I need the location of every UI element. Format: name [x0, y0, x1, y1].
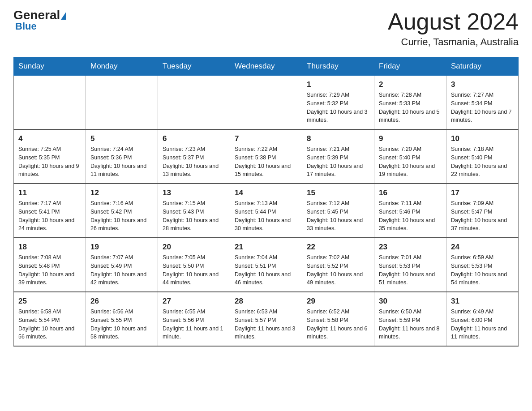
table-row: 31Sunrise: 6:49 AMSunset: 6:00 PMDayligh…: [446, 292, 519, 346]
cell-date: 30: [379, 297, 442, 306]
cell-info: Sunrise: 6:52 AMSunset: 5:58 PMDaylight:…: [307, 308, 369, 341]
cell-info: Sunrise: 7:17 AMSunset: 5:41 PMDaylight:…: [18, 199, 81, 233]
cell-info: Sunrise: 7:24 AMSunset: 5:36 PMDaylight:…: [90, 145, 153, 179]
table-row: 21Sunrise: 7:04 AMSunset: 5:51 PMDayligh…: [230, 238, 302, 292]
table-row: 6Sunrise: 7:23 AMSunset: 5:37 PMDaylight…: [158, 129, 230, 184]
cell-info: Sunrise: 7:01 AMSunset: 5:53 PMDaylight:…: [379, 253, 442, 287]
cell-info: Sunrise: 6:59 AMSunset: 5:53 PMDaylight:…: [451, 253, 514, 287]
calendar-week-row: 11Sunrise: 7:17 AMSunset: 5:41 PMDayligh…: [14, 184, 519, 238]
table-row: 1Sunrise: 7:29 AMSunset: 5:32 PMDaylight…: [302, 76, 374, 130]
cell-info: Sunrise: 6:49 AMSunset: 6:00 PMDaylight:…: [451, 308, 514, 341]
cell-info: Sunrise: 6:55 AMSunset: 5:56 PMDaylight:…: [163, 308, 225, 341]
cell-date: 9: [379, 134, 442, 143]
cell-date: 5: [90, 134, 153, 143]
cell-info: Sunrise: 7:08 AMSunset: 5:48 PMDaylight:…: [18, 253, 81, 287]
table-row: 7Sunrise: 7:22 AMSunset: 5:38 PMDaylight…: [230, 129, 302, 184]
table-row: 24Sunrise: 6:59 AMSunset: 5:53 PMDayligh…: [446, 238, 519, 292]
col-saturday: Saturday: [446, 57, 519, 76]
cell-date: 29: [307, 297, 369, 306]
cell-date: 21: [235, 243, 297, 252]
logo: General Blue: [13, 9, 66, 32]
table-row: 5Sunrise: 7:24 AMSunset: 5:36 PMDaylight…: [86, 129, 158, 184]
table-row: [86, 76, 158, 130]
table-row: 9Sunrise: 7:20 AMSunset: 5:40 PMDaylight…: [374, 129, 446, 184]
table-row: 17Sunrise: 7:09 AMSunset: 5:47 PMDayligh…: [446, 184, 519, 238]
cell-date: 16: [379, 188, 442, 197]
cell-info: Sunrise: 7:07 AMSunset: 5:49 PMDaylight:…: [90, 253, 153, 287]
cell-date: 22: [307, 243, 369, 252]
cell-info: Sunrise: 7:09 AMSunset: 5:47 PMDaylight:…: [451, 199, 514, 233]
cell-date: 14: [235, 188, 297, 197]
cell-info: Sunrise: 7:13 AMSunset: 5:44 PMDaylight:…: [235, 199, 297, 233]
table-row: 18Sunrise: 7:08 AMSunset: 5:48 PMDayligh…: [14, 238, 86, 292]
cell-info: Sunrise: 6:56 AMSunset: 5:55 PMDaylight:…: [90, 308, 153, 341]
table-row: 23Sunrise: 7:01 AMSunset: 5:53 PMDayligh…: [374, 238, 446, 292]
cell-date: 13: [163, 188, 225, 197]
cell-info: Sunrise: 7:22 AMSunset: 5:38 PMDaylight:…: [235, 145, 297, 179]
cell-date: 24: [451, 243, 514, 252]
cell-date: 12: [90, 188, 153, 197]
cell-date: 20: [163, 243, 225, 252]
table-row: 29Sunrise: 6:52 AMSunset: 5:58 PMDayligh…: [302, 292, 374, 346]
cell-date: 25: [18, 297, 81, 306]
cell-date: 23: [379, 243, 442, 252]
page-header: General Blue August 2024 Currie, Tasmani…: [13, 9, 519, 48]
table-row: 8Sunrise: 7:21 AMSunset: 5:39 PMDaylight…: [302, 129, 374, 184]
cell-info: Sunrise: 7:18 AMSunset: 5:40 PMDaylight:…: [451, 145, 514, 179]
cell-info: Sunrise: 7:27 AMSunset: 5:34 PMDaylight:…: [451, 91, 514, 124]
calendar-header-row: Sunday Monday Tuesday Wednesday Thursday…: [14, 57, 519, 76]
table-row: 22Sunrise: 7:02 AMSunset: 5:52 PMDayligh…: [302, 238, 374, 292]
col-friday: Friday: [374, 57, 446, 76]
cell-date: 31: [451, 297, 514, 306]
cell-date: 15: [307, 188, 369, 197]
table-row: 30Sunrise: 6:50 AMSunset: 5:59 PMDayligh…: [374, 292, 446, 346]
table-row: 3Sunrise: 7:27 AMSunset: 5:34 PMDaylight…: [446, 76, 519, 130]
cell-date: 2: [379, 80, 442, 89]
cell-date: 26: [90, 297, 153, 306]
cell-date: 18: [18, 243, 81, 252]
table-row: [230, 76, 302, 130]
cell-info: Sunrise: 7:15 AMSunset: 5:43 PMDaylight:…: [163, 199, 225, 233]
table-row: [158, 76, 230, 130]
logo-triangle-icon: [61, 12, 66, 20]
cell-date: 8: [307, 134, 369, 143]
cell-info: Sunrise: 7:29 AMSunset: 5:32 PMDaylight:…: [307, 91, 369, 124]
calendar-week-row: 25Sunrise: 6:58 AMSunset: 5:54 PMDayligh…: [14, 292, 519, 346]
cell-date: 27: [163, 297, 225, 306]
table-row: 25Sunrise: 6:58 AMSunset: 5:54 PMDayligh…: [14, 292, 86, 346]
table-row: 27Sunrise: 6:55 AMSunset: 5:56 PMDayligh…: [158, 292, 230, 346]
cell-date: 7: [235, 134, 297, 143]
cell-date: 10: [451, 134, 514, 143]
logo-general-text: General: [13, 9, 60, 21]
table-row: 13Sunrise: 7:15 AMSunset: 5:43 PMDayligh…: [158, 184, 230, 238]
cell-date: 17: [451, 188, 514, 197]
col-tuesday: Tuesday: [158, 57, 230, 76]
col-monday: Monday: [86, 57, 158, 76]
cell-date: 28: [235, 297, 297, 306]
cell-info: Sunrise: 7:25 AMSunset: 5:35 PMDaylight:…: [18, 145, 81, 179]
calendar-week-row: 18Sunrise: 7:08 AMSunset: 5:48 PMDayligh…: [14, 238, 519, 292]
table-row: [14, 76, 86, 130]
cell-date: 6: [163, 134, 225, 143]
cell-date: 19: [90, 243, 153, 252]
logo-blue-text: Blue: [15, 21, 37, 32]
page-subtitle: Currie, Tasmania, Australia: [388, 36, 519, 48]
table-row: 14Sunrise: 7:13 AMSunset: 5:44 PMDayligh…: [230, 184, 302, 238]
cell-info: Sunrise: 6:58 AMSunset: 5:54 PMDaylight:…: [18, 308, 81, 341]
cell-info: Sunrise: 6:50 AMSunset: 5:59 PMDaylight:…: [379, 308, 442, 341]
table-row: 2Sunrise: 7:28 AMSunset: 5:33 PMDaylight…: [374, 76, 446, 130]
col-sunday: Sunday: [14, 57, 86, 76]
table-row: 12Sunrise: 7:16 AMSunset: 5:42 PMDayligh…: [86, 184, 158, 238]
calendar-week-row: 4Sunrise: 7:25 AMSunset: 5:35 PMDaylight…: [14, 129, 519, 184]
cell-info: Sunrise: 7:28 AMSunset: 5:33 PMDaylight:…: [379, 91, 442, 124]
cell-info: Sunrise: 7:12 AMSunset: 5:45 PMDaylight:…: [307, 199, 369, 233]
page-title: August 2024: [388, 9, 519, 34]
cell-info: Sunrise: 7:05 AMSunset: 5:50 PMDaylight:…: [163, 253, 225, 287]
table-row: 15Sunrise: 7:12 AMSunset: 5:45 PMDayligh…: [302, 184, 374, 238]
cell-date: 1: [307, 80, 369, 89]
cell-info: Sunrise: 7:21 AMSunset: 5:39 PMDaylight:…: [307, 145, 369, 179]
table-row: 4Sunrise: 7:25 AMSunset: 5:35 PMDaylight…: [14, 129, 86, 184]
table-row: 16Sunrise: 7:11 AMSunset: 5:46 PMDayligh…: [374, 184, 446, 238]
cell-info: Sunrise: 7:11 AMSunset: 5:46 PMDaylight:…: [379, 199, 442, 233]
cell-info: Sunrise: 6:53 AMSunset: 5:57 PMDaylight:…: [235, 308, 297, 341]
